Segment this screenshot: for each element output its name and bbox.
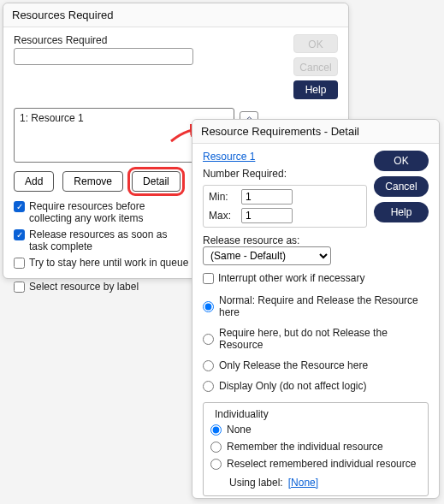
- checkbox-input[interactable]: [203, 273, 214, 284]
- individuality-legend: Individuality: [212, 408, 271, 420]
- mode-normal-radio[interactable]: Normal: Require and Release the Resource…: [203, 294, 429, 318]
- resources-required-input[interactable]: [14, 48, 193, 65]
- radio-label: Normal: Require and Release the Resource…: [219, 294, 429, 318]
- checked-icon: ✓: [14, 201, 25, 212]
- checkbox-label: Interrupt other work if necessary: [218, 272, 364, 284]
- detail-button[interactable]: Detail: [132, 171, 181, 192]
- mode-require-only-radio[interactable]: Require here, but do not Release the Res…: [203, 327, 429, 351]
- min-label: Min:: [209, 191, 236, 203]
- radio-label: Display Only (do not affect logic): [219, 380, 367, 392]
- add-button[interactable]: Add: [14, 171, 54, 192]
- dialog-title: Resource Requirements - Detail: [192, 120, 439, 144]
- checkbox-label: Release resources as soon as task comple…: [29, 228, 175, 252]
- release-as-select[interactable]: (Same - Default): [203, 246, 331, 265]
- radio-label: Require here, but do not Release the Res…: [219, 327, 429, 351]
- help-button[interactable]: Help: [374, 202, 429, 222]
- checkbox-label: Require resources before collecting any …: [29, 200, 166, 224]
- mode-release-only-radio[interactable]: Only Release the Resource here: [203, 359, 429, 371]
- radio-input[interactable]: [203, 360, 214, 371]
- resource-requirements-detail-dialog: Resource Requirements - Detail Resource …: [192, 119, 440, 499]
- checkbox-label: Select resource by label: [29, 281, 139, 293]
- cancel-button[interactable]: Cancel: [374, 176, 429, 197]
- radio-input[interactable]: [210, 424, 222, 436]
- radio-input[interactable]: [203, 301, 214, 312]
- checked-icon: ✓: [14, 229, 25, 240]
- min-input[interactable]: [241, 189, 293, 205]
- cancel-button: Cancel: [293, 57, 338, 76]
- radio-label: None: [227, 424, 252, 436]
- ok-button: OK: [293, 34, 338, 53]
- radio-input[interactable]: [203, 334, 214, 345]
- number-required-label: Number Required:: [203, 168, 367, 180]
- individuality-group: Individuality None Remember the individu…: [203, 402, 429, 496]
- ok-button[interactable]: OK: [374, 151, 429, 171]
- checkbox-input[interactable]: [14, 282, 25, 293]
- max-input[interactable]: [241, 208, 293, 223]
- radio-label: Reselect remembered individual resource: [227, 458, 416, 470]
- radio-input[interactable]: [203, 381, 214, 392]
- radio-input[interactable]: [210, 459, 222, 470]
- checkbox-input[interactable]: [14, 258, 25, 269]
- indiv-remember-radio[interactable]: Remember the individual resource: [210, 441, 421, 453]
- radio-label: Only Release the Resource here: [219, 359, 368, 371]
- number-required-group: Min: Max:: [203, 185, 367, 228]
- help-button[interactable]: Help: [293, 80, 338, 99]
- interrupt-checkbox[interactable]: Interrupt other work if necessary: [203, 272, 429, 284]
- resource-link[interactable]: Resource 1: [203, 151, 367, 163]
- max-label: Max:: [209, 210, 236, 222]
- release-as-label: Release resource as:: [203, 234, 429, 246]
- using-label-link[interactable]: [None]: [288, 477, 318, 489]
- remove-button[interactable]: Remove: [62, 171, 123, 192]
- radio-input[interactable]: [210, 442, 222, 453]
- using-label-text: Using label:: [229, 477, 283, 489]
- field-label-resources: Resources Required: [14, 34, 193, 46]
- indiv-reselect-radio[interactable]: Reselect remembered individual resource: [210, 458, 421, 470]
- indiv-none-radio[interactable]: None: [210, 424, 421, 436]
- mode-display-only-radio[interactable]: Display Only (do not affect logic): [203, 380, 429, 392]
- dialog-title: Resources Required: [3, 3, 348, 27]
- radio-label: Remember the individual resource: [227, 441, 383, 453]
